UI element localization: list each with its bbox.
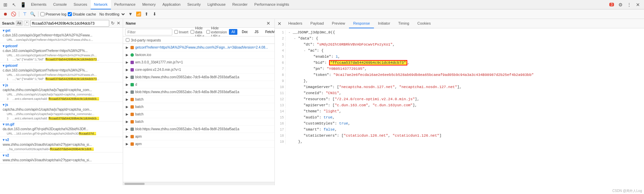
search-input[interactable] — [30, 20, 109, 27]
more-icon[interactable]: ⋮ — [625, 1, 633, 9]
tab-cookies[interactable]: Cookies — [413, 19, 435, 28]
close-response-btn[interactable]: ✕ — [276, 21, 283, 26]
tab-performance[interactable]: Performance — [111, 0, 139, 9]
throttle-dropdown-icon[interactable]: ▼ — [127, 11, 134, 18]
horizontal-scrollbar[interactable] — [123, 182, 274, 185]
name-item-2[interactable]: ▶ wm.3.0.0_33d41777.min.js?v=1 — [123, 59, 274, 66]
name-item-text: batch — [135, 98, 143, 101]
tab-headers[interactable]: Headers — [284, 19, 306, 28]
json-line-15: 15 "audio": true, — [276, 115, 643, 121]
name-item-8[interactable]: ▶ batch — [123, 103, 274, 111]
json-line-3: 3 "dt": "sMdy2GIht0RBRkVBVAbFocwvtPvzyXo… — [276, 42, 643, 48]
name-col-label: Name — [126, 21, 136, 25]
disable-cache-checkbox[interactable]: Disable cache — [68, 12, 96, 16]
json-line-16: 16 "customStyles": true, — [276, 121, 643, 127]
filter-js-btn[interactable]: JS — [252, 29, 261, 35]
expand-icon: ▶ — [126, 105, 128, 109]
tab-sources[interactable]: Sources — [70, 0, 90, 9]
scrollbar-thumb[interactable] — [124, 183, 145, 185]
req-url: c.dun.163.com/api/v2/getconf?referer=htt… — [3, 49, 104, 53]
search-aa-btn[interactable]: Aa — [16, 21, 23, 26]
tab-application[interactable]: Application — [159, 0, 184, 9]
third-party-row: 3rd-party requests — [123, 36, 274, 44]
name-item-5[interactable]: ▶ d — [123, 81, 274, 88]
throttle-select[interactable]: No throttling — [97, 12, 126, 17]
expand-icon: ▶ — [126, 46, 128, 49]
request-item-get[interactable]: ▾ get c.dun.163.com/api/v3/get?referer=h… — [0, 28, 123, 43]
invert-checkbox[interactable]: Invert — [174, 30, 188, 34]
expand-icon: ▶ — [126, 53, 128, 57]
settings-icon[interactable]: ⚙ — [616, 1, 624, 9]
req-sub: URL ...com/api/v3/get?referer=https%3A%2… — [3, 38, 117, 42]
req-method: ▾ js — [3, 103, 18, 107]
tab-preview[interactable]: Preview — [328, 19, 349, 28]
tab-memory[interactable]: Memory — [139, 0, 159, 9]
name-item-10[interactable]: ▶ batch — [123, 118, 274, 126]
filter-input[interactable] — [125, 29, 172, 35]
filter-doc-btn[interactable]: Doc — [239, 29, 250, 35]
name-item-3[interactable]: ▶ core-optimi.v2.24.0.min.js?v=1 — [123, 66, 274, 74]
request-item-getconf1[interactable]: ▾ getconf c.dun.163.com/api/v2/getconf?r… — [0, 43, 123, 63]
json-line-8: 8 "token": "9ca17ae2e6fecda16ae2e6eeb5cb… — [276, 72, 643, 78]
req-url: c.dun.163.com/api/v2/getconf?referer=htt… — [3, 68, 104, 73]
search-regex-btn[interactable]: .* — [24, 21, 29, 26]
xhr-icon — [130, 105, 134, 109]
filter-icon-btn[interactable]: ⊤ — [21, 11, 28, 18]
tab-payload[interactable]: Payload — [306, 19, 328, 28]
request-item-v21[interactable]: ▾ v2 www.zhihu.com/api/v3/oauth/captcha/… — [0, 137, 123, 153]
name-item-6[interactable]: ▶ blob:https://www.zhihu.com/20652abc-7d… — [123, 88, 274, 96]
filter-fetchxhr-btn[interactable]: Fetch/XHR — [263, 29, 275, 35]
tab-initiator[interactable]: Initiator — [374, 19, 394, 28]
tab-console[interactable]: Console — [50, 0, 70, 9]
filter-all-btn[interactable]: All — [229, 29, 237, 35]
search-clear-icon[interactable]: ✕ — [116, 20, 121, 27]
tab-network[interactable]: Network — [91, 0, 111, 9]
req-url: www.zhihu.com/api/v3/oauth/captcha/v2?ty… — [3, 158, 104, 163]
json-line-13: 13 "apiServer": ["c.dun.163.com", "c.dun… — [276, 103, 643, 109]
name-item-0[interactable]: ▶ getconf?referer=https%3A%2F%2Fwww.zhih… — [123, 44, 274, 51]
clear-btn[interactable]: 🚫 — [10, 11, 17, 18]
blob-icon — [130, 76, 134, 79]
json-line-2: 2 - "data": { — [276, 36, 643, 42]
tab-perf-insights[interactable]: Performance insights — [251, 0, 292, 9]
tab-response[interactable]: Response — [349, 19, 374, 28]
name-item-12[interactable]: ▶ apm — [123, 133, 274, 140]
device-icon[interactable]: 📱 — [19, 1, 27, 9]
request-item-js1[interactable]: ▾ js captcha.zhihu.com/api/v1/captcha/js… — [0, 82, 123, 102]
name-item-11[interactable]: ▶ blob:https://www.zhihu.com/20652abc-7d… — [123, 126, 274, 133]
request-item-getconf2[interactable]: ▾ getconf c.dun.163.com/api/v2/getconf?r… — [0, 63, 123, 82]
middle-panel: Name ✕ 20000 ms 40000 ms 60000 ms 80000 … — [123, 19, 275, 185]
left-panel: Search Aa .* ↻ ✕ ▾ get c.dun.163.com/api… — [0, 19, 123, 185]
dock-icon[interactable]: ⊞ — [1, 1, 9, 9]
tab-timing[interactable]: Timing — [394, 19, 413, 28]
close-icon[interactable]: ✕ — [634, 1, 642, 9]
name-item-7[interactable]: ▶ batch — [123, 96, 274, 103]
req-sub: URL ...zhihu.com/api/v1/captcha/js?appId… — [3, 92, 117, 97]
name-item-4[interactable]: ▶ blob:https://www.zhihu.com/20652abc-7d… — [123, 74, 274, 81]
name-item-9[interactable]: ▶ batch — [123, 111, 274, 118]
search-btn[interactable]: 🔍 — [29, 11, 36, 18]
devtools-tab-bar: ⊞ ↖ 📱 Elements Console Sources Network P… — [0, 0, 644, 9]
tab-elements[interactable]: Elements — [28, 0, 50, 9]
response-tabs: ✕ Headers Payload Preview Response Initi… — [275, 19, 644, 28]
name-item-text: batch — [135, 112, 143, 116]
request-item-v22[interactable]: ▾ v2 www.zhihu.com/api/v3/oauth/captcha/… — [0, 153, 123, 164]
record-btn[interactable]: ⏺ — [2, 11, 9, 18]
name-item-13[interactable]: ▶ apm — [123, 140, 274, 148]
tab-lighthouse[interactable]: Lighthouse — [204, 0, 229, 9]
download-icon[interactable]: ⬇ — [151, 11, 158, 18]
cursor-icon[interactable]: ↖ — [10, 1, 18, 9]
preserve-log-checkbox[interactable]: Preserve log — [40, 12, 66, 16]
tab-recorder[interactable]: Recorder — [229, 0, 251, 9]
req-sub-highlight: 1 ...,"ac":{"enable":1,"bid": ffccaa537d… — [3, 57, 117, 62]
close-panel-btn[interactable]: ✕ — [265, 21, 272, 26]
request-item-js2[interactable]: ▾ js captcha.zhihu.com/api/v1/captcha/js… — [0, 102, 123, 121]
search-refresh-icon[interactable]: ↻ — [111, 20, 115, 27]
tab-security[interactable]: Security — [184, 0, 204, 9]
upload-icon[interactable]: ⬆ — [143, 11, 150, 18]
badge-icon[interactable]: 3 — [608, 1, 616, 9]
wifi-icon[interactable]: 📶 — [135, 11, 142, 18]
request-item-sngif[interactable]: ▾ sn.gif da.dun.163.com/sn.gif?d=pid%3Dc… — [0, 121, 123, 137]
third-party-checkbox[interactable] — [126, 38, 129, 42]
name-item-1[interactable]: ▶ favicon.ico — [123, 51, 274, 59]
